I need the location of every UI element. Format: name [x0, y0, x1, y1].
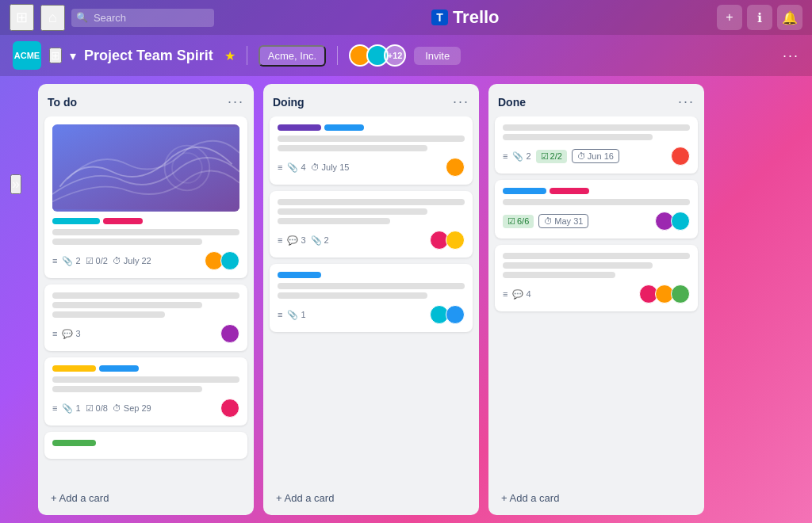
meta-attachments: 📎2 [62, 256, 80, 266]
label-purple [278, 124, 321, 131]
meta-description: ≡ [278, 310, 282, 319]
attachment-icon: 📎 [287, 162, 298, 173]
card-doing-2[interactable]: ≡ 💬3 📎2 [270, 191, 473, 258]
card-meta: ≡ 📎4 ⏱July 15 [278, 158, 465, 177]
text-line [503, 262, 653, 269]
card-labels [278, 124, 465, 131]
column-doing: Doing ··· ≡ 📎4 [263, 84, 479, 515]
card-image [52, 124, 239, 212]
clock-icon: ⏱ [544, 216, 553, 226]
card-done-2[interactable]: ☑6/6 ⏱May 31 [495, 180, 698, 239]
board-nav-dropdown[interactable]: ▾ [70, 48, 76, 63]
card-title [503, 199, 690, 205]
meta-date: ⏱July 22 [113, 256, 151, 265]
notifications-button[interactable]: 🔔 [777, 5, 802, 30]
card-labels [503, 188, 690, 194]
column-todo-header: To do ··· [38, 84, 254, 116]
card-title [52, 229, 239, 245]
text-line [278, 218, 390, 224]
card-title [278, 283, 465, 299]
meta-description: ≡ [278, 235, 282, 245]
column-todo-body: ≡ 📎2 ☑0/2 ⏱July 22 [38, 116, 254, 481]
card-avatars [205, 251, 239, 270]
meta-comments: 💬3 [287, 235, 305, 246]
meta-description: ≡ [52, 329, 57, 338]
card-todo-3[interactable]: ≡ 📎1 ☑0/8 ⏱Sep 29 [44, 357, 247, 426]
invite-button[interactable]: Invite [414, 47, 461, 65]
meta-description: ≡ [503, 289, 508, 299]
board-title: Project Team Spirit [84, 48, 213, 64]
clock-icon: ⏱ [311, 162, 320, 172]
add-button[interactable]: + [717, 5, 742, 30]
meta-attachments: 📎4 [287, 162, 305, 173]
card-labels [52, 365, 239, 372]
home-button[interactable]: ⌂ [40, 5, 65, 31]
column-todo: To do ··· [38, 84, 254, 515]
text-line [503, 124, 690, 131]
text-line [503, 272, 615, 278]
card-todo-1[interactable]: ≡ 📎2 ☑0/2 ⏱July 22 [44, 116, 247, 278]
meta-attachments: 📎2 [311, 235, 329, 246]
description-icon: ≡ [278, 310, 282, 319]
card-avatars [639, 284, 690, 303]
meta-date: ⏱Sep 29 [113, 403, 151, 413]
attachment-icon: 📎 [311, 235, 322, 246]
card-title [52, 376, 239, 392]
card-avatar-1 [446, 158, 465, 177]
column-doing-title: Doing [273, 96, 304, 109]
card-doing-1[interactable]: ≡ 📎4 ⏱July 15 [270, 116, 473, 185]
column-doing-menu[interactable]: ··· [453, 94, 469, 110]
avatar-count[interactable]: +12 [384, 44, 406, 67]
card-title [278, 199, 465, 224]
board-view-button[interactable]: ⊞ [49, 48, 62, 63]
label-blue [324, 124, 364, 131]
workspace-chip[interactable]: Acme, Inc. [259, 45, 326, 67]
card-avatars [446, 158, 465, 177]
description-icon: ≡ [503, 151, 508, 161]
info-button[interactable]: ℹ [747, 5, 772, 30]
grid-menu-button[interactable]: ⊞ [10, 4, 34, 31]
card-todo-4[interactable] [44, 432, 247, 459]
column-done-title: Done [498, 96, 526, 109]
search-input[interactable] [71, 9, 214, 27]
card-doing-3[interactable]: ≡ 📎1 [270, 264, 473, 332]
text-line [52, 302, 202, 308]
sidebar-toggle-button[interactable]: » [10, 174, 21, 194]
board-star-icon[interactable]: ★ [224, 48, 236, 63]
board-content: To do ··· [0, 76, 812, 523]
text-line [52, 386, 202, 392]
card-meta: ☑6/6 ⏱May 31 [503, 212, 690, 231]
card-done-1[interactable]: ≡ 📎2 ☑2/2 ⏱Jun 16 [495, 116, 698, 174]
card-todo-2[interactable]: ≡ 💬3 [44, 284, 247, 351]
meta-attachments: 📎1 [287, 310, 305, 320]
meta-description: ≡ [503, 151, 508, 161]
label-yellow [52, 365, 96, 372]
add-card-todo-button[interactable]: + Add a card [44, 487, 247, 509]
search-wrap [71, 9, 214, 27]
checklist-icon: ☑ [86, 403, 94, 414]
meta-description: ≡ [52, 256, 57, 265]
app-logo: T Trello [220, 7, 710, 28]
meta-description: ≡ [52, 403, 57, 413]
board-more-button[interactable]: ··· [783, 48, 799, 64]
clock-icon: ⏱ [113, 403, 121, 413]
check-icon: ☑ [541, 151, 549, 162]
sidebar-toggle: » [0, 111, 32, 523]
label-blue [503, 188, 546, 194]
text-line [52, 292, 239, 299]
add-card-doing-button[interactable]: + Add a card [270, 487, 473, 509]
add-card-done-button[interactable]: + Add a card [495, 487, 698, 509]
column-todo-footer: + Add a card [38, 481, 254, 515]
label-green [52, 440, 96, 446]
meta-checklist: ☑0/8 [86, 403, 108, 414]
card-done-3[interactable]: ≡ 💬4 [495, 245, 698, 311]
text-line [52, 229, 239, 235]
card-meta: ≡ 💬3 📎2 [278, 231, 465, 250]
card-avatar-2 [446, 305, 465, 324]
comment-icon: 💬 [62, 329, 73, 339]
column-done-menu[interactable]: ··· [678, 94, 695, 110]
top-nav: ⊞ ⌂ T Trello + ℹ 🔔 [0, 0, 812, 35]
clock-icon: ⏱ [113, 256, 121, 265]
column-todo-menu[interactable]: ··· [228, 94, 244, 110]
description-icon: ≡ [278, 235, 282, 245]
